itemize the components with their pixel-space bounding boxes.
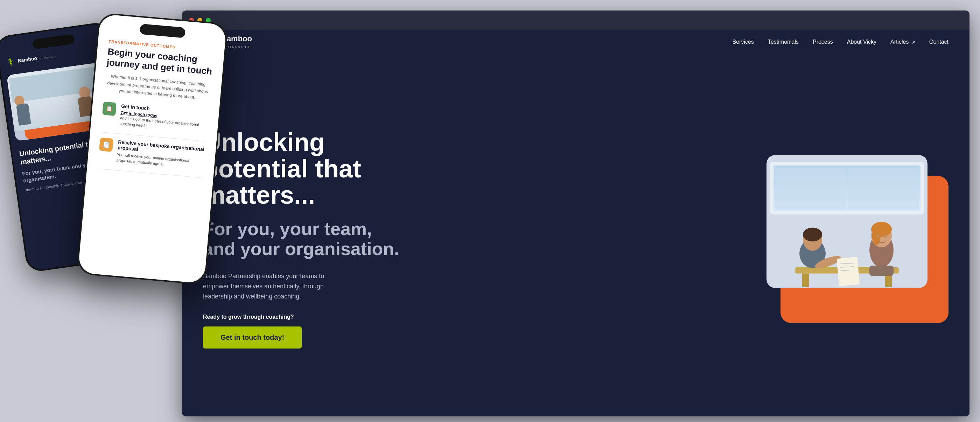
phone-center-desc: Whether it is 1-1 organisational coachin… — [104, 73, 211, 102]
nav-testimonials[interactable]: Testimonials — [768, 39, 799, 45]
svg-rect-14 — [837, 257, 860, 286]
svg-rect-13 — [869, 265, 894, 276]
hero-content: Unlocking potential that matters... For … — [203, 129, 406, 349]
phone-left-logo-icon — [6, 57, 15, 67]
phone-step-2: 📄 Receive your bespoke organisational pr… — [98, 138, 205, 171]
hero-section: Unlocking potential that matters... For … — [182, 54, 969, 416]
external-link-icon: ↗ — [912, 40, 915, 45]
site-navigation: Services Testimonials Process About Vick… — [733, 39, 948, 45]
browser-chrome — [182, 11, 969, 30]
nav-articles[interactable]: Articles ↗ — [890, 39, 915, 45]
svg-point-12 — [884, 235, 887, 238]
phone-step-1: 📋 Get in touch Get in touch today and le… — [101, 102, 208, 134]
nav-services[interactable]: Services — [733, 39, 754, 45]
browser-window: Bamboo PARTNERSHIP Services Testimonials… — [182, 11, 969, 416]
svg-rect-1 — [802, 273, 809, 287]
phone-left-brand-name: Bamboo — [17, 55, 37, 64]
hero-cta-button[interactable]: Get in touch today! — [203, 327, 302, 349]
hero-people-illustration — [767, 195, 928, 288]
phone-left-brand-sub: PARTNERSHIP — [38, 55, 57, 60]
svg-point-5 — [803, 227, 822, 241]
hero-image-container — [767, 155, 948, 323]
phone-step-1-icon: 📋 — [102, 102, 116, 116]
svg-point-11 — [877, 235, 880, 238]
hero-description: Bamboo Partnership enables your teams to… — [203, 271, 350, 301]
hero-subtitle: For you, your team, and your organisatio… — [203, 219, 406, 259]
hero-cta-label: Ready to grow through coaching? — [203, 314, 406, 320]
site-nav: Bamboo PARTNERSHIP Services Testimonials… — [182, 30, 969, 54]
hero-title: Unlocking potential that matters... — [203, 129, 406, 209]
phone-step-2-icon: 📄 — [99, 138, 113, 152]
nav-contact[interactable]: Contact — [929, 39, 948, 45]
nav-about-vicky[interactable]: About Vicky — [847, 39, 877, 45]
hero-image-inner — [767, 155, 928, 288]
nav-process[interactable]: Process — [813, 39, 833, 45]
phone-center: TRANSFORMATIVE OUTCOMES Begin your coach… — [76, 12, 228, 285]
